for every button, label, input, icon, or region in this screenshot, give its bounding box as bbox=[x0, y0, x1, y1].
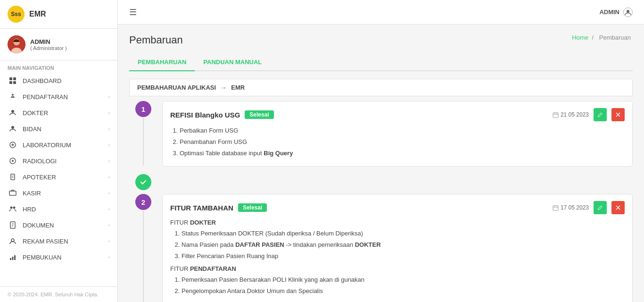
sidebar-item-kasir[interactable]: KASIR ‹ bbox=[0, 185, 117, 201]
timeline: 1 REFISI Blangko USG Selesai 21 05 2023 bbox=[129, 96, 633, 302]
sidebar-item-label: LABORATORIUM bbox=[23, 142, 108, 149]
avatar bbox=[8, 35, 25, 53]
user-info: ADMIN ( Administrator ) bbox=[30, 38, 67, 51]
svg-rect-21 bbox=[14, 255, 16, 260]
tab-panduan[interactable]: PANDUAN MANUAL bbox=[195, 54, 270, 71]
card-meta-1: 21 05 2023 bbox=[553, 108, 625, 121]
sidebar-item-label: HRD bbox=[23, 206, 108, 213]
timeline-badge-1: 1 bbox=[135, 101, 151, 117]
svg-point-15 bbox=[10, 207, 13, 209]
chevron-icon: ‹ bbox=[108, 143, 110, 148]
delete-button-2[interactable] bbox=[611, 201, 625, 214]
edit-button-2[interactable] bbox=[594, 201, 607, 214]
svg-rect-7 bbox=[13, 81, 16, 84]
list-item: Status Pemeriksaan DOKTER (Sudah diperik… bbox=[182, 229, 625, 239]
kasir-icon bbox=[8, 189, 18, 197]
svg-rect-4 bbox=[9, 77, 12, 80]
card-body-2: FITUR DOKTER Status Pemeriksaan DOKTER (… bbox=[170, 219, 625, 296]
page-header: Pembaruan Home / Pembaruan bbox=[129, 34, 633, 46]
chevron-icon: ‹ bbox=[108, 94, 110, 100]
fitur-heading-dokter: FITUR DOKTER bbox=[170, 219, 216, 226]
svg-point-16 bbox=[13, 207, 16, 209]
topbar: ☰ ADMIN bbox=[118, 0, 644, 25]
main-content: ☰ ADMIN Pembaruan Home / Pembaruan PEMBA… bbox=[118, 0, 644, 302]
card-title-2: FITUR TAMBAHAN bbox=[170, 204, 233, 212]
edit-button-1[interactable] bbox=[594, 108, 607, 121]
sidebar-item-label: KASIR bbox=[23, 190, 108, 197]
sidebar-item-pembukuan[interactable]: PEMBUKUAN ‹ bbox=[0, 249, 117, 265]
sidebar-item-label: DOKUMEN bbox=[23, 222, 108, 229]
sidebar-item-label: BIDAN bbox=[23, 126, 108, 133]
sidebar: Sss EMR ADMIN ( Administrator ) Main Nav… bbox=[0, 0, 118, 302]
card-title-1: REFISI Blangko USG bbox=[170, 111, 240, 119]
list-item: Perbaikan Form USG bbox=[180, 126, 625, 136]
svg-point-8 bbox=[11, 110, 14, 113]
laboratorium-icon bbox=[8, 141, 18, 149]
timeline-left-1: 1 bbox=[129, 101, 157, 167]
list-item: Pemeriksaan Pasien Bersarakan POLI Klini… bbox=[182, 275, 625, 285]
radiologi-icon bbox=[8, 157, 18, 165]
user-icon[interactable] bbox=[623, 8, 633, 17]
tab-pembaharuan[interactable]: PEMBAHARUAN bbox=[129, 54, 195, 71]
update-arrow: → bbox=[221, 84, 227, 91]
user-section: ADMIN ( Administrator ) bbox=[0, 29, 117, 60]
sidebar-item-label: RADIOLOGI bbox=[23, 158, 108, 165]
breadcrumb-current: Pembaruan bbox=[599, 34, 631, 41]
chevron-icon: ‹ bbox=[108, 207, 110, 212]
sidebar-item-apoteker[interactable]: APOTEKER ‹ bbox=[0, 169, 117, 185]
delete-button-1[interactable] bbox=[611, 108, 625, 121]
sidebar-item-laboratorium[interactable]: LABORATORIUM ‹ bbox=[0, 137, 117, 153]
status-badge-2: Selesai bbox=[238, 203, 267, 212]
list-item: Optimasi Table database input Big Query bbox=[180, 149, 625, 159]
sidebar-item-rekam[interactable]: REKAM PASIEN ‹ bbox=[0, 233, 117, 249]
chevron-icon: ‹ bbox=[108, 239, 110, 244]
sidebar-item-pendaftaran[interactable]: PENDAFTARAN ‹ bbox=[0, 89, 117, 105]
chevron-icon: ‹ bbox=[108, 255, 110, 260]
admin-label: ADMIN bbox=[599, 8, 619, 16]
check-circle bbox=[135, 174, 151, 190]
content-area: Pembaruan Home / Pembaruan PEMBAHARUAN P… bbox=[118, 25, 644, 302]
sidebar-item-dokumen[interactable]: DOKUMEN ‹ bbox=[0, 217, 117, 233]
breadcrumb-home[interactable]: Home bbox=[572, 34, 588, 41]
sidebar-item-label: PENDAFTARAN bbox=[23, 93, 108, 101]
update-prefix: PEMBAHARUAN APLIKASI bbox=[137, 84, 216, 91]
nav-section-label: Main Navigation bbox=[0, 60, 117, 73]
hamburger-button[interactable]: ☰ bbox=[129, 7, 137, 17]
user-role: ( Administrator ) bbox=[30, 45, 67, 51]
timeline-badge-2: 2 bbox=[135, 194, 151, 210]
tabs-bar: PEMBAHARUAN PANDUAN MANUAL bbox=[129, 54, 633, 71]
sidebar-item-radiologi[interactable]: RADIOLOGI ‹ bbox=[0, 153, 117, 169]
svg-point-9 bbox=[11, 126, 14, 129]
card-date-2: 17 05 2023 bbox=[553, 204, 589, 211]
card-header-1: REFISI Blangko USG Selesai 21 05 2023 bbox=[170, 108, 625, 121]
breadcrumb-sep: / bbox=[592, 34, 595, 41]
sidebar-item-bidan[interactable]: BIDAN ‹ bbox=[0, 121, 117, 137]
pendaftaran-icon bbox=[8, 93, 18, 101]
card-title-row-1: REFISI Blangko USG Selesai bbox=[170, 110, 274, 119]
user-name: ADMIN bbox=[30, 38, 67, 45]
rekam-icon bbox=[8, 237, 18, 245]
card-title-row-2: FITUR TAMBAHAN Selesai bbox=[170, 203, 267, 212]
sidebar-item-label: REKAM PASIEN bbox=[23, 238, 108, 245]
update-app-header: PEMBAHARUAN APLIKASI → EMR bbox=[129, 79, 633, 96]
svg-rect-6 bbox=[9, 81, 12, 84]
dokumen-icon bbox=[8, 221, 18, 229]
chevron-icon: ‹ bbox=[108, 223, 110, 228]
chevron-icon: ‹ bbox=[108, 126, 110, 132]
sidebar-item-label: APOTEKER bbox=[23, 174, 108, 181]
fitur-section-pendaftaran: FITUR PENDAFTARAN bbox=[170, 265, 625, 272]
sidebar-item-dokter[interactable]: DOKTER ‹ bbox=[0, 105, 117, 121]
breadcrumb: Home / Pembaruan bbox=[572, 34, 633, 41]
svg-rect-24 bbox=[553, 206, 558, 210]
sidebar-item-hrd[interactable]: HRD ‹ bbox=[0, 201, 117, 217]
dokter-icon bbox=[8, 109, 18, 117]
sidebar-item-dashboard[interactable]: DASHBOARD bbox=[0, 73, 117, 89]
timeline-item-1: 1 REFISI Blangko USG Selesai 21 05 2023 bbox=[129, 101, 633, 167]
bidan-icon bbox=[8, 125, 18, 133]
chevron-icon: ‹ bbox=[108, 159, 110, 164]
page-title: Pembaruan bbox=[129, 34, 183, 46]
list-item: Filter Pencarian Pasien Ruang Inap bbox=[182, 252, 625, 261]
pembukuan-icon bbox=[8, 253, 18, 261]
timeline-left-2: 2 bbox=[129, 194, 157, 302]
sidebar-header: Sss EMR bbox=[0, 0, 117, 29]
